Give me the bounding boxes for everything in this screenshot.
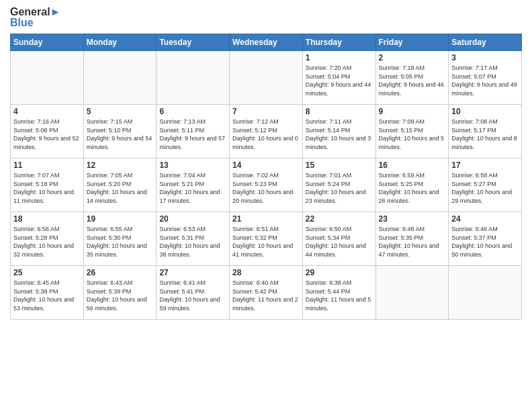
day-number: 2: [379, 53, 446, 62]
day-info: Sunrise: 6:40 AMSunset: 5:42 PMDaylight:…: [232, 279, 300, 312]
day-info: Sunrise: 6:58 AMSunset: 5:27 PMDaylight:…: [451, 171, 519, 205]
day-number: 16: [379, 161, 446, 170]
calendar-cell: 6 Sunrise: 7:13 AMSunset: 5:11 PMDayligh…: [157, 105, 230, 158]
calendar-cell: 3 Sunrise: 7:17 AMSunset: 5:07 PMDayligh…: [449, 51, 522, 105]
day-info: Sunrise: 7:09 AMSunset: 5:15 PMDaylight:…: [379, 118, 446, 151]
day-header-thursday: Thursday: [302, 34, 375, 51]
day-number: 10: [451, 107, 519, 116]
day-number: 24: [451, 214, 519, 224]
calendar-cell: 16 Sunrise: 6:59 AMSunset: 5:25 PMDaylig…: [375, 158, 449, 212]
day-number: 29: [306, 268, 373, 277]
calendar-cell: 11 Sunrise: 7:07 AMSunset: 5:18 PMDaylig…: [11, 158, 84, 212]
calendar-cell: 10 Sunrise: 7:08 AMSunset: 5:17 PMDaylig…: [449, 105, 522, 158]
calendar-cell: [375, 266, 449, 320]
day-header-sunday: Sunday: [11, 34, 84, 51]
calendar-cell: 22 Sunrise: 6:50 AMSunset: 5:34 PMDaylig…: [302, 212, 375, 266]
day-number: 4: [13, 107, 81, 116]
calendar-cell: 23 Sunrise: 6:48 AMSunset: 5:35 PMDaylig…: [375, 212, 449, 266]
calendar-cell: 1 Sunrise: 7:20 AMSunset: 5:04 PMDayligh…: [302, 51, 375, 105]
day-number: 22: [306, 214, 373, 224]
calendar-cell: 25 Sunrise: 6:45 AMSunset: 5:38 PMDaylig…: [11, 266, 84, 320]
day-info: Sunrise: 7:04 AMSunset: 5:21 PMDaylight:…: [159, 171, 226, 205]
day-number: 11: [13, 161, 81, 170]
calendar-cell: [449, 266, 522, 320]
calendar-cell: 28 Sunrise: 6:40 AMSunset: 5:42 PMDaylig…: [230, 266, 303, 320]
day-info: Sunrise: 7:16 AMSunset: 5:08 PMDaylight:…: [13, 118, 81, 151]
calendar-cell: 19 Sunrise: 6:55 AMSunset: 5:30 PMDaylig…: [83, 212, 157, 266]
day-number: 26: [87, 268, 154, 277]
calendar-cell: 17 Sunrise: 6:58 AMSunset: 5:27 PMDaylig…: [449, 158, 522, 212]
calendar-cell: 21 Sunrise: 6:51 AMSunset: 5:32 PMDaylig…: [230, 212, 303, 266]
day-number: 19: [87, 214, 154, 224]
day-number: 1: [306, 53, 373, 62]
day-header-saturday: Saturday: [449, 34, 522, 51]
day-number: 14: [232, 161, 300, 170]
day-info: Sunrise: 6:51 AMSunset: 5:32 PMDaylight:…: [232, 225, 300, 259]
day-number: 9: [379, 107, 446, 116]
day-number: 28: [232, 268, 300, 277]
day-info: Sunrise: 7:17 AMSunset: 5:07 PMDaylight:…: [451, 64, 519, 97]
calendar-cell: 18 Sunrise: 6:56 AMSunset: 5:28 PMDaylig…: [11, 212, 84, 266]
day-header-friday: Friday: [375, 34, 449, 51]
day-info: Sunrise: 7:18 AMSunset: 5:05 PMDaylight:…: [379, 64, 446, 97]
day-number: 21: [232, 214, 300, 224]
day-number: 8: [306, 107, 373, 116]
calendar-cell: 20 Sunrise: 6:53 AMSunset: 5:31 PMDaylig…: [157, 212, 230, 266]
day-number: 12: [87, 161, 154, 170]
day-info: Sunrise: 6:50 AMSunset: 5:34 PMDaylight:…: [306, 225, 373, 259]
calendar-cell: 15 Sunrise: 7:01 AMSunset: 5:24 PMDaylig…: [302, 158, 375, 212]
day-number: 17: [451, 161, 519, 170]
day-number: 18: [13, 214, 81, 224]
day-header-wednesday: Wednesday: [230, 34, 303, 51]
day-info: Sunrise: 6:56 AMSunset: 5:28 PMDaylight:…: [13, 225, 81, 259]
day-info: Sunrise: 6:43 AMSunset: 5:39 PMDaylight:…: [87, 279, 154, 312]
day-info: Sunrise: 7:15 AMSunset: 5:10 PMDaylight:…: [87, 118, 154, 151]
calendar-cell: [83, 51, 157, 105]
calendar-cell: 8 Sunrise: 7:11 AMSunset: 5:14 PMDayligh…: [302, 105, 375, 158]
calendar-cell: 13 Sunrise: 7:04 AMSunset: 5:21 PMDaylig…: [157, 158, 230, 212]
calendar-cell: 9 Sunrise: 7:09 AMSunset: 5:15 PMDayligh…: [375, 105, 449, 158]
day-number: 13: [159, 161, 226, 170]
day-header-tuesday: Tuesday: [157, 34, 230, 51]
day-number: 15: [306, 161, 373, 170]
logo: General► Blue: [10, 7, 60, 28]
calendar-cell: 14 Sunrise: 7:02 AMSunset: 5:23 PMDaylig…: [230, 158, 303, 212]
day-number: 27: [159, 268, 226, 277]
day-info: Sunrise: 7:08 AMSunset: 5:17 PMDaylight:…: [451, 118, 519, 151]
day-info: Sunrise: 6:38 AMSunset: 5:44 PMDaylight:…: [306, 279, 373, 312]
day-number: 7: [232, 107, 300, 116]
calendar-cell: 2 Sunrise: 7:18 AMSunset: 5:05 PMDayligh…: [375, 51, 449, 105]
day-info: Sunrise: 7:02 AMSunset: 5:23 PMDaylight:…: [232, 171, 300, 205]
day-info: Sunrise: 6:45 AMSunset: 5:38 PMDaylight:…: [13, 279, 81, 312]
calendar-cell: 24 Sunrise: 6:46 AMSunset: 5:37 PMDaylig…: [449, 212, 522, 266]
day-number: 25: [13, 268, 81, 277]
day-info: Sunrise: 7:07 AMSunset: 5:18 PMDaylight:…: [13, 171, 81, 205]
day-number: 3: [451, 53, 519, 62]
day-info: Sunrise: 6:55 AMSunset: 5:30 PMDaylight:…: [87, 225, 154, 259]
day-number: 23: [379, 214, 446, 224]
calendar: SundayMondayTuesdayWednesdayThursdayFrid…: [10, 34, 522, 320]
day-info: Sunrise: 7:20 AMSunset: 5:04 PMDaylight:…: [306, 64, 373, 97]
calendar-cell: 5 Sunrise: 7:15 AMSunset: 5:10 PMDayligh…: [83, 105, 157, 158]
day-info: Sunrise: 7:05 AMSunset: 5:20 PMDaylight:…: [87, 171, 154, 205]
day-number: 6: [159, 107, 226, 116]
day-info: Sunrise: 6:46 AMSunset: 5:37 PMDaylight:…: [451, 225, 519, 259]
calendar-cell: 7 Sunrise: 7:12 AMSunset: 5:12 PMDayligh…: [230, 105, 303, 158]
calendar-cell: [230, 51, 303, 105]
day-info: Sunrise: 7:11 AMSunset: 5:14 PMDaylight:…: [306, 118, 373, 151]
calendar-cell: 12 Sunrise: 7:05 AMSunset: 5:20 PMDaylig…: [83, 158, 157, 212]
day-info: Sunrise: 6:59 AMSunset: 5:25 PMDaylight:…: [379, 171, 446, 205]
day-header-monday: Monday: [83, 34, 157, 51]
day-number: 20: [159, 214, 226, 224]
day-info: Sunrise: 6:53 AMSunset: 5:31 PMDaylight:…: [159, 225, 226, 259]
day-info: Sunrise: 7:01 AMSunset: 5:24 PMDaylight:…: [306, 171, 373, 205]
calendar-cell: 29 Sunrise: 6:38 AMSunset: 5:44 PMDaylig…: [302, 266, 375, 320]
day-number: 5: [87, 107, 154, 116]
calendar-cell: 26 Sunrise: 6:43 AMSunset: 5:39 PMDaylig…: [83, 266, 157, 320]
calendar-cell: 27 Sunrise: 6:41 AMSunset: 5:41 PMDaylig…: [157, 266, 230, 320]
calendar-cell: [11, 51, 84, 105]
day-info: Sunrise: 6:41 AMSunset: 5:41 PMDaylight:…: [159, 279, 226, 312]
calendar-cell: [157, 51, 230, 105]
day-info: Sunrise: 7:12 AMSunset: 5:12 PMDaylight:…: [232, 118, 300, 151]
calendar-cell: 4 Sunrise: 7:16 AMSunset: 5:08 PMDayligh…: [11, 105, 84, 158]
